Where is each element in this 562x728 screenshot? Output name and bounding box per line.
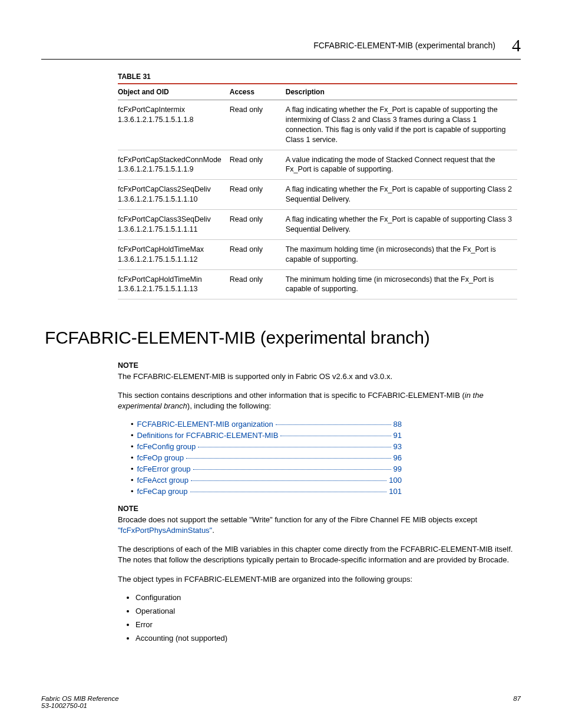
toc-page[interactable]: 100 xyxy=(389,476,402,485)
note-label: NOTE xyxy=(118,504,517,515)
toc-dots xyxy=(276,424,391,425)
list-item: Error xyxy=(135,620,517,629)
cell-object: fcFxPortCapHoldTimeMax1.3.6.1.2.1.75.1.5… xyxy=(118,239,230,269)
cell-access: Read only xyxy=(230,269,286,299)
toc-page[interactable]: 101 xyxy=(389,487,402,496)
cell-access: Read only xyxy=(230,180,286,210)
toc-item: •fcFeError group99 xyxy=(131,465,402,473)
toc-item: •FCFABRIC-ELEMENT-MIB organization88 xyxy=(131,420,402,429)
intro-post: ), including the following: xyxy=(187,401,271,410)
toc-link[interactable]: fcFeCap group xyxy=(137,487,188,496)
cell-object: fcFxPortCapHoldTimeMin1.3.6.1.2.1.75.1.5… xyxy=(118,269,230,299)
cell-description: The maximum holding time (in microsecond… xyxy=(286,239,517,269)
main-content: TABLE 31 Object and OID Access Descripti… xyxy=(118,73,517,299)
toc-link[interactable]: fcFeConfig group xyxy=(137,442,196,451)
toc-item: •fcFeOp group96 xyxy=(131,453,402,462)
toc-page[interactable]: 99 xyxy=(394,465,402,473)
mib-table: Object and OID Access Description fcFxPo… xyxy=(118,83,517,299)
toc-item: •fcFeAcct group100 xyxy=(131,476,402,485)
cell-description: A flag indicating whether the Fx_Port is… xyxy=(286,210,517,240)
cell-access: Read only xyxy=(230,239,286,269)
col-header-access: Access xyxy=(230,84,286,100)
list-item: Configuration xyxy=(135,593,517,602)
note2-post: . xyxy=(212,526,214,535)
list-item: Operational xyxy=(135,607,517,615)
footer-doc-title: Fabric OS MIB Reference xyxy=(41,695,119,702)
cell-access: Read only xyxy=(230,150,286,180)
description-paragraph-1: The descriptions of each of the MIB vari… xyxy=(118,544,517,565)
section-heading: FCFABRIC-ELEMENT-MIB (experimental branc… xyxy=(45,328,521,348)
cell-object: fcFxPortCapStackedConnMode1.3.6.1.2.1.75… xyxy=(118,150,230,180)
description-paragraph-2: The object types in FCFABRIC-ELEMENT-MIB… xyxy=(118,574,517,585)
toc-dots xyxy=(193,469,391,470)
toc-item: •fcFeCap group101 xyxy=(131,487,402,496)
note-block-2: NOTE Brocade does not support the settab… xyxy=(118,504,517,536)
cell-description: A flag indicating whether the Fx_Port is… xyxy=(286,100,517,150)
bullet: • xyxy=(131,465,134,473)
intro-paragraph: This section contains descriptions and o… xyxy=(118,390,517,411)
cell-description: A flag indicating whether the Fx_Port is… xyxy=(286,180,517,210)
toc-link[interactable]: fcFeAcct group xyxy=(137,476,189,485)
toc-dots xyxy=(190,492,387,492)
bullet: • xyxy=(131,476,134,485)
toc-page[interactable]: 93 xyxy=(394,442,402,451)
table-row: fcFxPortCapStackedConnMode1.3.6.1.2.1.75… xyxy=(118,150,517,180)
bullet: • xyxy=(131,487,134,496)
toc-page[interactable]: 96 xyxy=(394,453,402,462)
header-title: FCFABRIC-ELEMENT-MIB (experimental branc… xyxy=(313,41,495,50)
table-row: fcFxPortCapClass2SeqDeliv1.3.6.1.2.1.75.… xyxy=(118,180,517,210)
toc-dots xyxy=(191,480,386,481)
toc-list: •FCFABRIC-ELEMENT-MIB organization88•Def… xyxy=(131,420,517,496)
list-item: Accounting (not supported) xyxy=(135,634,517,643)
cell-object: fcFxPortCapClass3SeqDeliv1.3.6.1.2.1.75.… xyxy=(118,210,230,240)
table-row: fcFxPortCapHoldTimeMax1.3.6.1.2.1.75.1.5… xyxy=(118,239,517,269)
cell-description: A value indicating the mode of Stacked C… xyxy=(286,150,517,180)
table-row: fcFxPortCapIntermix1.3.6.1.2.1.75.1.5.1.… xyxy=(118,100,517,150)
table-row: fcFxPortCapClass3SeqDeliv1.3.6.1.2.1.75.… xyxy=(118,210,517,240)
cell-object: fcFxPortCapIntermix1.3.6.1.2.1.75.1.5.1.… xyxy=(118,100,230,150)
table-row: fcFxPortCapHoldTimeMin1.3.6.1.2.1.75.1.5… xyxy=(118,269,517,299)
toc-item: •Definitions for FCFABRIC-ELEMENT-MIB91 xyxy=(131,431,402,440)
bullet: • xyxy=(131,442,134,451)
toc-page[interactable]: 88 xyxy=(394,420,402,429)
cell-description: The minimum holding time (in microsecond… xyxy=(286,269,517,299)
bullet: • xyxy=(131,431,134,440)
cell-object: fcFxPortCapClass2SeqDeliv1.3.6.1.2.1.75.… xyxy=(118,180,230,210)
toc-item: •fcFeConfig group93 xyxy=(131,442,402,451)
page-footer: Fabric OS MIB Reference 53-1002750-01 87 xyxy=(41,695,521,709)
note-label: NOTE xyxy=(118,361,517,371)
bullet: • xyxy=(131,453,134,462)
footer-doc-number: 53-1002750-01 xyxy=(41,702,87,709)
note2-pre: Brocade does not support the settable "W… xyxy=(118,515,477,524)
toc-dots xyxy=(198,447,391,447)
note-block-1: NOTE The FCFABRIC-ELEMENT-MIB is support… xyxy=(118,361,517,382)
col-header-description: Description xyxy=(286,84,517,100)
toc-link[interactable]: fcFeOp group xyxy=(137,453,184,462)
chapter-number: 4 xyxy=(512,35,521,55)
toc-dots xyxy=(280,436,391,436)
toc-dots xyxy=(186,458,391,459)
col-header-object: Object and OID xyxy=(118,84,230,100)
toc-page[interactable]: 91 xyxy=(394,431,402,440)
page-header: FCFABRIC-ELEMENT-MIB (experimental branc… xyxy=(41,35,521,60)
toc-link[interactable]: fcFeError group xyxy=(137,465,191,473)
footer-page-number: 87 xyxy=(513,695,521,709)
cell-access: Read only xyxy=(230,100,286,150)
table-label: TABLE 31 xyxy=(118,73,517,81)
toc-link[interactable]: FCFABRIC-ELEMENT-MIB organization xyxy=(137,420,273,429)
note-text: The FCFABRIC-ELEMENT-MIB is supported on… xyxy=(118,372,392,381)
toc-link[interactable]: Definitions for FCFABRIC-ELEMENT-MIB xyxy=(137,431,279,440)
groups-list: ConfigurationOperationalErrorAccounting … xyxy=(135,593,517,643)
section-body: NOTE The FCFABRIC-ELEMENT-MIB is support… xyxy=(118,361,517,643)
note2-link[interactable]: "fcFxPortPhysAdminStatus" xyxy=(118,526,212,535)
cell-access: Read only xyxy=(230,210,286,240)
intro-pre: This section contains descriptions and o… xyxy=(118,391,465,400)
bullet: • xyxy=(131,420,134,429)
footer-left: Fabric OS MIB Reference 53-1002750-01 xyxy=(41,695,119,709)
